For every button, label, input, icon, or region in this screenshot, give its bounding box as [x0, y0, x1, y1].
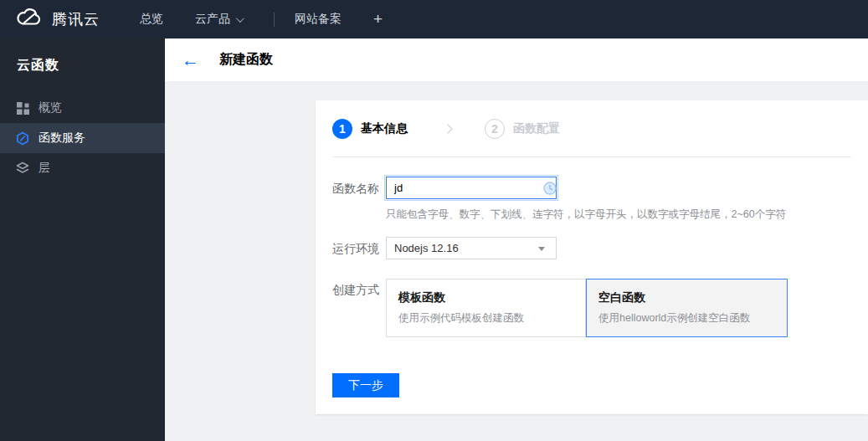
top-nav-items: 总览 云产品 网站备案 + — [140, 10, 383, 28]
grid-icon — [16, 101, 29, 115]
method-card-title: 空白函数 — [598, 290, 787, 305]
step-1-label: 基本信息 — [361, 121, 408, 136]
sidebar-item-overview[interactable]: 概览 — [0, 93, 165, 123]
function-name-input[interactable] — [386, 177, 557, 199]
next-step-button[interactable]: 下一步 — [332, 373, 399, 397]
layers-icon — [16, 162, 29, 175]
brand-name: 腾讯云 — [52, 9, 100, 29]
nav-item-cloud-products[interactable]: 云产品 — [195, 12, 242, 27]
tencent-cloud-logo[interactable]: 腾讯云 — [15, 8, 100, 31]
back-arrow-icon[interactable]: ← — [182, 51, 199, 69]
sidebar-item-function-service[interactable]: 函数服务 — [0, 123, 165, 153]
page-title: 新建函数 — [219, 51, 273, 69]
sidebar-menu: 概览 函数服务 层 — [0, 93, 165, 183]
wizard-steps: 1 基本信息 2 函数配置 — [332, 100, 560, 156]
top-nav: 腾讯云 总览 云产品 网站备案 + — [0, 0, 868, 38]
function-service-icon — [16, 131, 29, 145]
method-card-desc: 使用示例代码模板创建函数 — [398, 311, 585, 326]
nav-item-icp-filing[interactable]: 网站备案 — [295, 12, 342, 27]
runtime-select[interactable]: Nodejs 12.16 — [386, 237, 557, 259]
create-function-card: 1 基本信息 2 函数配置 函数名称 只能包含字母、数字、下划线、连字符，以字母… — [316, 100, 868, 414]
step-2-label: 函数配置 — [513, 121, 560, 136]
caret-down-icon — [538, 247, 545, 251]
divider — [332, 156, 851, 157]
nav-item-overview[interactable]: 总览 — [140, 12, 163, 27]
sidebar-item-layers[interactable]: 层 — [0, 153, 165, 183]
method-card-title: 模板函数 — [398, 290, 585, 305]
method-card-blank-function[interactable]: 空白函数 使用helloworld示例创建空白函数 — [586, 279, 788, 337]
sidebar-item-label: 层 — [39, 161, 50, 176]
chevron-down-icon — [236, 14, 244, 23]
sidebar-title: 云函数 — [0, 38, 165, 74]
add-tab-icon[interactable]: + — [373, 10, 383, 28]
page-header: ← 新建函数 — [165, 38, 868, 81]
cloud-logo-icon — [15, 8, 44, 31]
chevron-right-icon — [443, 124, 452, 133]
runtime-label: 运行环境 — [332, 242, 383, 257]
sidebar: 云函数 概览 函数服务 — [0, 38, 165, 441]
clock-icon — [543, 182, 557, 195]
method-card-desc: 使用helloworld示例创建空白函数 — [598, 311, 787, 326]
runtime-selected-value: Nodejs 12.16 — [394, 242, 459, 254]
creation-method-label: 创建方式 — [332, 283, 383, 298]
step-2-circle: 2 — [485, 119, 505, 139]
sidebar-item-label: 函数服务 — [39, 131, 85, 146]
function-name-hint: 只能包含字母、数字、下划线、连字符，以字母开头，以数字或字母结尾，2~60个字符 — [386, 208, 786, 222]
function-name-label: 函数名称 — [332, 182, 383, 197]
content-area: 1 基本信息 2 函数配置 函数名称 只能包含字母、数字、下划线、连字符，以字母… — [165, 81, 868, 441]
nav-divider — [274, 13, 275, 27]
sidebar-item-label: 概览 — [39, 100, 62, 115]
method-card-template-function[interactable]: 模板函数 使用示例代码模板创建函数 — [386, 279, 586, 337]
step-1-circle: 1 — [332, 119, 352, 139]
